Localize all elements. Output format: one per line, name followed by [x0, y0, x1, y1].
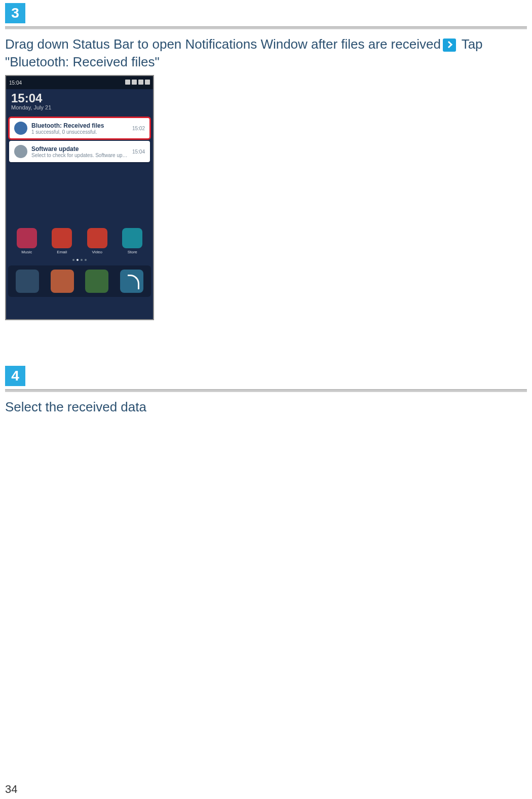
arrow-right-icon	[443, 39, 456, 52]
phone-wallpaper-gap	[6, 164, 153, 225]
notification-subtitle: Select to check for updates. Software up…	[31, 153, 128, 158]
app-label: Video	[92, 250, 102, 254]
phone-dock	[8, 265, 151, 297]
phone-date: Monday, July 21	[11, 104, 148, 110]
phone-screenshot: 15:04 15:04 Monday, July 21 Bluetooth: R…	[5, 75, 154, 320]
video-icon	[87, 228, 107, 248]
step-4-section: 4 Select the received data	[5, 366, 527, 416]
notification-subtitle: 1 successful, 0 unsuccessful.	[31, 129, 128, 135]
notification-body: Bluetooth: Received files 1 successful, …	[31, 122, 128, 135]
app-email[interactable]: Email	[50, 228, 74, 254]
app-store[interactable]: Store	[120, 228, 144, 254]
notification-software-update[interactable]: Software update Select to check for upda…	[9, 141, 150, 162]
notification-title: Software update	[31, 145, 128, 153]
phone-status-bar: 15:04	[6, 76, 153, 89]
music-icon	[17, 228, 37, 248]
step-4-text-before: Select the received data	[5, 399, 146, 414]
notification-body: Software update Select to check for upda…	[31, 145, 128, 158]
divider	[5, 26, 527, 29]
dock-phone-icon[interactable]	[120, 270, 143, 293]
step-3-section: 3 Drag down Status Bar to open Notificat…	[5, 3, 527, 320]
document-page: 3 Drag down Status Bar to open Notificat…	[0, 3, 532, 799]
phone-time: 15:04	[11, 92, 148, 104]
app-label: Email	[57, 250, 67, 254]
step-badge-4: 4	[5, 366, 25, 386]
app-music[interactable]: Music	[15, 228, 39, 254]
app-label: Store	[128, 250, 137, 254]
bluetooth-icon	[14, 122, 27, 135]
update-icon	[14, 145, 27, 158]
notification-time: 15:04	[132, 149, 145, 155]
page-indicator	[6, 256, 153, 263]
status-clock: 15:04	[9, 80, 22, 86]
app-label: Music	[21, 250, 32, 254]
step-4-text: Select the received data	[5, 398, 527, 416]
phone-app-row: Music Email Video Store	[6, 225, 153, 254]
notification-time: 15:02	[132, 126, 145, 131]
notification-bluetooth[interactable]: Bluetooth: Received files 1 successful, …	[9, 118, 150, 139]
app-video[interactable]: Video	[85, 228, 109, 254]
step-3-text-before: Drag down Status Bar to open Notificatio…	[5, 36, 441, 52]
step-3-text: Drag down Status Bar to open Notificatio…	[5, 35, 527, 71]
notification-title: Bluetooth: Received files	[31, 122, 128, 129]
phone-date-block: 15:04 Monday, July 21	[6, 89, 153, 116]
page-number: 34	[5, 783, 17, 796]
dock-app-3-icon[interactable]	[85, 270, 108, 293]
dock-app-1-icon[interactable]	[16, 270, 39, 293]
dock-app-2-icon[interactable]	[51, 270, 74, 293]
divider	[5, 389, 527, 392]
status-icons	[124, 80, 150, 86]
step-badge-3: 3	[5, 3, 25, 23]
store-icon	[122, 228, 142, 248]
email-icon	[52, 228, 72, 248]
